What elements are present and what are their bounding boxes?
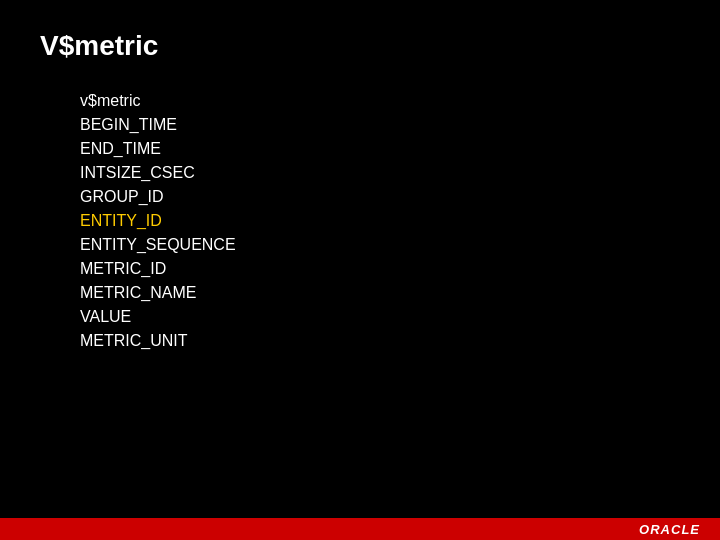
oracle-logo: ORACLE: [639, 522, 700, 537]
list-item: INTSIZE_CSEC: [80, 164, 680, 182]
bottom-bar: ORACLE: [0, 518, 720, 540]
list-item: GROUP_ID: [80, 188, 680, 206]
list-item: ENTITY_SEQUENCE: [80, 236, 680, 254]
content-list: v$metricBEGIN_TIMEEND_TIMEINTSIZE_CSECGR…: [0, 82, 720, 360]
list-item: METRIC_ID: [80, 260, 680, 278]
list-item: END_TIME: [80, 140, 680, 158]
page-title: V$metric: [0, 0, 720, 82]
list-item: METRIC_UNIT: [80, 332, 680, 350]
list-item: BEGIN_TIME: [80, 116, 680, 134]
list-item: VALUE: [80, 308, 680, 326]
list-item: v$metric: [80, 92, 680, 110]
list-item: ENTITY_ID: [80, 212, 680, 230]
list-item: METRIC_NAME: [80, 284, 680, 302]
